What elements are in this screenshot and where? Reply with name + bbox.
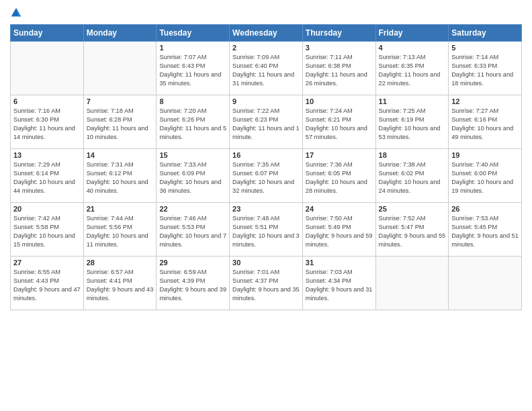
day-number: 24	[306, 205, 373, 213]
calendar-cell: 12Sunrise: 7:27 AM Sunset: 6:16 PM Dayli…	[449, 95, 522, 149]
calendar-cell: 26Sunrise: 7:53 AM Sunset: 5:45 PM Dayli…	[449, 203, 522, 257]
calendar-cell: 18Sunrise: 7:38 AM Sunset: 6:02 PM Dayli…	[375, 149, 449, 203]
day-info: Sunrise: 7:22 AM Sunset: 6:23 PM Dayligh…	[232, 107, 300, 142]
day-info: Sunrise: 7:11 AM Sunset: 6:38 PM Dayligh…	[306, 53, 373, 88]
calendar-cell: 16Sunrise: 7:35 AM Sunset: 6:07 PM Dayli…	[230, 149, 303, 203]
calendar-cell	[11, 42, 84, 95]
day-number: 29	[159, 259, 226, 267]
week-row-3: 13Sunrise: 7:29 AM Sunset: 6:14 PM Dayli…	[11, 149, 522, 203]
day-number: 7	[87, 97, 154, 105]
day-info: Sunrise: 7:48 AM Sunset: 5:51 PM Dayligh…	[232, 214, 300, 249]
day-info: Sunrise: 7:20 AM Sunset: 6:26 PM Dayligh…	[159, 107, 226, 142]
day-number: 12	[451, 97, 519, 105]
calendar-cell	[375, 257, 449, 310]
day-number: 5	[451, 44, 519, 52]
day-number: 11	[379, 97, 446, 105]
calendar-cell: 27Sunrise: 6:55 AM Sunset: 4:43 PM Dayli…	[11, 257, 84, 310]
day-number: 6	[13, 97, 81, 105]
day-number: 8	[159, 97, 226, 105]
calendar-cell: 20Sunrise: 7:42 AM Sunset: 5:58 PM Dayli…	[11, 203, 84, 257]
day-info: Sunrise: 7:03 AM Sunset: 4:34 PM Dayligh…	[306, 268, 373, 303]
day-number: 22	[159, 205, 226, 213]
day-number: 20	[13, 205, 81, 213]
col-header-saturday: Saturday	[449, 25, 522, 42]
col-header-friday: Friday	[375, 25, 449, 42]
calendar-cell: 10Sunrise: 7:24 AM Sunset: 6:21 PM Dayli…	[302, 95, 375, 149]
col-header-monday: Monday	[83, 25, 157, 42]
calendar-cell	[83, 42, 157, 95]
calendar-cell: 13Sunrise: 7:29 AM Sunset: 6:14 PM Dayli…	[11, 149, 84, 203]
calendar-table: SundayMondayTuesdayWednesdayThursdayFrid…	[10, 24, 522, 310]
calendar-cell: 4Sunrise: 7:13 AM Sunset: 6:35 PM Daylig…	[375, 42, 449, 95]
day-number: 30	[232, 259, 300, 267]
calendar-cell: 25Sunrise: 7:52 AM Sunset: 5:47 PM Dayli…	[375, 203, 449, 257]
day-info: Sunrise: 7:25 AM Sunset: 6:19 PM Dayligh…	[379, 107, 446, 142]
day-number: 26	[451, 205, 519, 213]
col-header-tuesday: Tuesday	[157, 25, 230, 42]
calendar-cell: 9Sunrise: 7:22 AM Sunset: 6:23 PM Daylig…	[230, 95, 303, 149]
calendar-cell: 23Sunrise: 7:48 AM Sunset: 5:51 PM Dayli…	[230, 203, 303, 257]
col-header-thursday: Thursday	[302, 25, 375, 42]
day-info: Sunrise: 7:42 AM Sunset: 5:58 PM Dayligh…	[13, 214, 81, 249]
day-number: 23	[232, 205, 300, 213]
day-info: Sunrise: 7:31 AM Sunset: 6:12 PM Dayligh…	[87, 161, 154, 195]
day-info: Sunrise: 7:35 AM Sunset: 6:07 PM Dayligh…	[232, 161, 300, 195]
day-info: Sunrise: 7:46 AM Sunset: 5:53 PM Dayligh…	[159, 214, 226, 249]
calendar-cell: 1Sunrise: 7:07 AM Sunset: 6:43 PM Daylig…	[157, 42, 230, 95]
calendar-cell: 30Sunrise: 7:01 AM Sunset: 4:37 PM Dayli…	[230, 257, 303, 310]
calendar-cell: 6Sunrise: 7:16 AM Sunset: 6:30 PM Daylig…	[11, 95, 84, 149]
day-info: Sunrise: 7:36 AM Sunset: 6:05 PM Dayligh…	[306, 161, 373, 195]
week-row-2: 6Sunrise: 7:16 AM Sunset: 6:30 PM Daylig…	[11, 95, 522, 149]
calendar-cell: 2Sunrise: 7:09 AM Sunset: 6:40 PM Daylig…	[230, 42, 303, 95]
day-info: Sunrise: 7:53 AM Sunset: 5:45 PM Dayligh…	[451, 214, 519, 249]
calendar-cell: 29Sunrise: 6:59 AM Sunset: 4:39 PM Dayli…	[157, 257, 230, 310]
col-header-wednesday: Wednesday	[230, 25, 303, 42]
day-number: 27	[13, 259, 81, 267]
header	[10, 7, 522, 19]
calendar-cell: 21Sunrise: 7:44 AM Sunset: 5:56 PM Dayli…	[83, 203, 157, 257]
col-header-sunday: Sunday	[11, 25, 84, 42]
day-info: Sunrise: 6:57 AM Sunset: 4:41 PM Dayligh…	[87, 268, 154, 303]
day-number: 19	[451, 151, 519, 159]
day-number: 4	[379, 44, 446, 52]
day-info: Sunrise: 7:16 AM Sunset: 6:30 PM Dayligh…	[13, 107, 81, 142]
day-info: Sunrise: 7:24 AM Sunset: 6:21 PM Dayligh…	[306, 107, 373, 142]
day-info: Sunrise: 7:52 AM Sunset: 5:47 PM Dayligh…	[379, 214, 446, 249]
calendar-cell	[449, 257, 522, 310]
day-number: 2	[232, 44, 300, 52]
calendar-cell: 11Sunrise: 7:25 AM Sunset: 6:19 PM Dayli…	[375, 95, 449, 149]
day-info: Sunrise: 7:13 AM Sunset: 6:35 PM Dayligh…	[379, 53, 446, 88]
day-info: Sunrise: 7:18 AM Sunset: 6:28 PM Dayligh…	[87, 107, 154, 142]
day-number: 25	[379, 205, 446, 213]
calendar-cell: 19Sunrise: 7:40 AM Sunset: 6:00 PM Dayli…	[449, 149, 522, 203]
day-info: Sunrise: 7:40 AM Sunset: 6:00 PM Dayligh…	[451, 161, 519, 195]
week-row-1: 1Sunrise: 7:07 AM Sunset: 6:43 PM Daylig…	[11, 42, 522, 95]
day-info: Sunrise: 7:01 AM Sunset: 4:37 PM Dayligh…	[232, 268, 300, 303]
calendar-cell: 31Sunrise: 7:03 AM Sunset: 4:34 PM Dayli…	[302, 257, 375, 310]
calendar-cell: 17Sunrise: 7:36 AM Sunset: 6:05 PM Dayli…	[302, 149, 375, 203]
day-info: Sunrise: 7:44 AM Sunset: 5:56 PM Dayligh…	[87, 214, 154, 249]
day-number: 3	[306, 44, 373, 52]
day-info: Sunrise: 6:59 AM Sunset: 4:39 PM Dayligh…	[159, 268, 226, 303]
day-number: 18	[379, 151, 446, 159]
calendar-cell: 8Sunrise: 7:20 AM Sunset: 6:26 PM Daylig…	[157, 95, 230, 149]
day-number: 13	[13, 151, 81, 159]
calendar-cell: 5Sunrise: 7:14 AM Sunset: 6:33 PM Daylig…	[449, 42, 522, 95]
day-number: 9	[232, 97, 300, 105]
day-number: 10	[306, 97, 373, 105]
calendar-cell: 15Sunrise: 7:33 AM Sunset: 6:09 PM Dayli…	[157, 149, 230, 203]
day-number: 16	[232, 151, 300, 159]
day-number: 28	[87, 259, 154, 267]
day-info: Sunrise: 7:33 AM Sunset: 6:09 PM Dayligh…	[159, 161, 226, 195]
day-number: 31	[306, 259, 373, 267]
week-row-4: 20Sunrise: 7:42 AM Sunset: 5:58 PM Dayli…	[11, 203, 522, 257]
day-number: 14	[87, 151, 154, 159]
week-row-5: 27Sunrise: 6:55 AM Sunset: 4:43 PM Dayli…	[11, 257, 522, 310]
day-info: Sunrise: 7:29 AM Sunset: 6:14 PM Dayligh…	[13, 161, 81, 195]
calendar-cell: 28Sunrise: 6:57 AM Sunset: 4:41 PM Dayli…	[83, 257, 157, 310]
calendar-cell: 24Sunrise: 7:50 AM Sunset: 5:49 PM Dayli…	[302, 203, 375, 257]
day-number: 21	[87, 205, 154, 213]
logo	[10, 7, 24, 19]
day-info: Sunrise: 7:09 AM Sunset: 6:40 PM Dayligh…	[232, 53, 300, 88]
day-info: Sunrise: 7:50 AM Sunset: 5:49 PM Dayligh…	[306, 214, 373, 249]
